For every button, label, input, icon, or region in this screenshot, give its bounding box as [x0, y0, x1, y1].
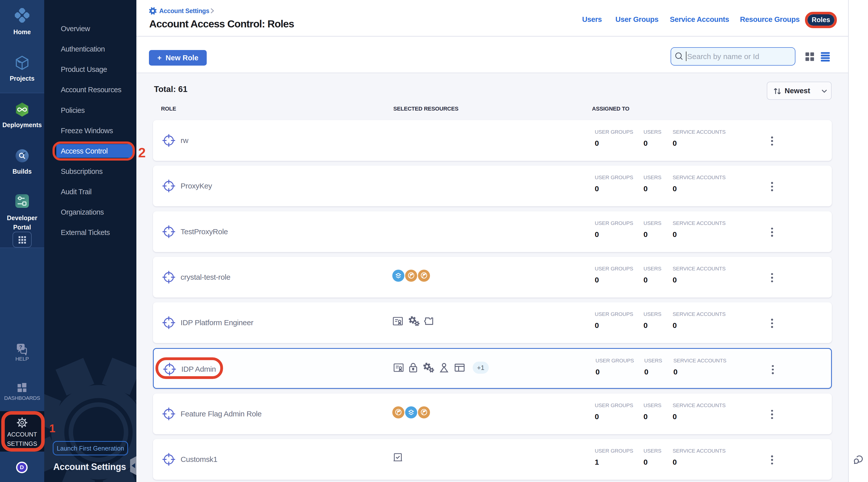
svg-text:?: ? — [19, 344, 22, 350]
